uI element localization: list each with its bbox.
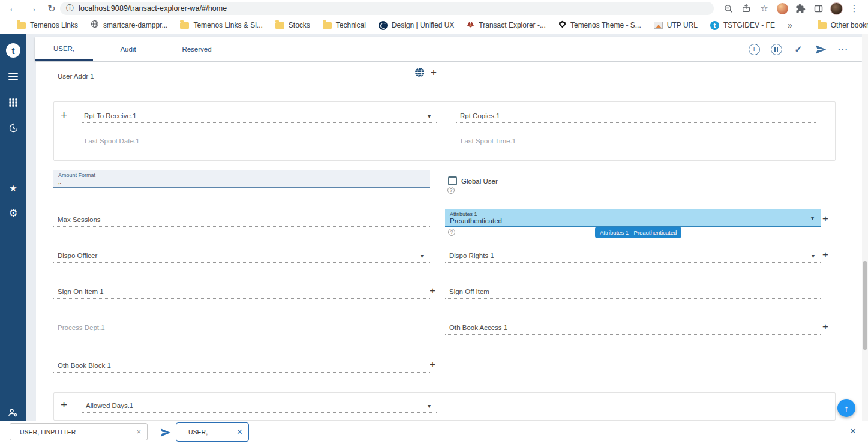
command-clear-icon[interactable]: × [237, 427, 242, 437]
page-scrollbar [862, 34, 868, 444]
add-circle-icon[interactable]: + [747, 43, 761, 56]
temenos-badge-icon: t [710, 21, 719, 30]
global-user-label: Global User [461, 178, 498, 185]
image-icon [654, 22, 663, 29]
bookmark-design-unified-ux[interactable]: Design | Unified UX [379, 21, 455, 30]
add-oth-book-access-icon[interactable]: + [822, 322, 828, 332]
add-attributes-icon[interactable]: + [822, 214, 828, 224]
help-attributes-icon[interactable]: ? [448, 229, 455, 236]
other-bookmarks[interactable]: Other bookmarks [818, 21, 868, 29]
global-user-checkbox[interactable] [448, 176, 457, 185]
language-globe-icon[interactable] [415, 67, 425, 80]
tab-reserved[interactable]: Reserved [163, 37, 230, 61]
field-sign-on-item[interactable]: Sign On Item 1 [53, 286, 430, 299]
validate-check-icon[interactable]: ✓ [792, 43, 805, 56]
user-admin-icon[interactable] [0, 407, 26, 418]
back-icon[interactable]: ← [6, 1, 20, 16]
folder-icon [818, 22, 827, 29]
menu-hamburger-icon[interactable] [0, 73, 26, 80]
bookmark-star-icon[interactable]: ☆ [758, 2, 771, 15]
chip-close-icon[interactable]: × [136, 427, 141, 436]
expand-allowed-days-icon[interactable]: + [61, 399, 67, 410]
bookmark-smartcare[interactable]: smartcare-damppr... [91, 20, 167, 31]
settings-gear-icon[interactable]: ⚙ [0, 208, 26, 218]
attributes-tooltip: Attributes 1 - Preauthenticated [595, 227, 681, 238]
reload-icon[interactable]: ↻ [44, 1, 59, 16]
bookmark-temenos-links-si[interactable]: Temenos Links & Si... [180, 21, 262, 29]
bookmark-stocks[interactable]: Stocks [275, 21, 310, 29]
folder-icon [275, 22, 284, 29]
address-bar[interactable]: ⓘ localhost:9089/transact-explorer-wa/#/… [60, 2, 714, 15]
folder-icon [323, 22, 332, 29]
footer-close-icon[interactable]: × [850, 425, 856, 437]
field-amount-format[interactable]: Amount Format ,. [53, 170, 430, 188]
add-dispo-rights-icon[interactable]: + [822, 250, 828, 260]
field-rpt-copies[interactable]: Rpt Copies.1 [456, 108, 816, 123]
context-chip[interactable]: USER, I INPUTTER × [10, 423, 148, 440]
commit-send-icon[interactable] [814, 43, 827, 56]
command-footer: USER, I INPUTTER × × × [0, 421, 868, 444]
transact-logo-icon [467, 20, 474, 31]
browser-menu-icon[interactable]: ⋮ [848, 2, 861, 15]
shield-icon [558, 20, 566, 31]
profile-avatar[interactable] [830, 2, 843, 15]
add-user-addr-icon[interactable]: + [431, 67, 437, 77]
hold-pause-icon[interactable] [770, 43, 783, 56]
design-badge-icon [379, 21, 388, 30]
favorites-star-icon[interactable]: ★ [0, 184, 26, 193]
bookmarks-overflow-icon[interactable]: » [788, 20, 792, 30]
extensions-puzzle-icon[interactable] [794, 2, 807, 15]
dropdown-caret-icon[interactable]: ▾ [428, 113, 431, 119]
field-rpt-to-receive[interactable]: Rpt To Receive.1 ▾ [82, 108, 437, 123]
extension-avatar-icon[interactable] [776, 2, 789, 15]
field-last-spool-date: Last Spool Date.1 [85, 137, 139, 145]
apps-grid-icon[interactable] [0, 98, 26, 107]
bookmark-temenos-links[interactable]: Temenos Links [17, 21, 78, 29]
tab-audit[interactable]: Audit [93, 37, 163, 61]
bookmarks-bar: Temenos Links smartcare-damppr... Temeno… [0, 17, 868, 34]
scroll-top-button[interactable]: ↑ [837, 399, 855, 417]
scrollbar-thumb[interactable] [863, 261, 867, 350]
record-actions: + ✓ ⋯ [747, 37, 862, 61]
temenos-logo[interactable]: t [0, 43, 26, 58]
page-info-icon[interactable]: ⓘ [66, 3, 74, 14]
field-last-spool-time: Last Spool Time.1 [461, 137, 516, 145]
field-attributes[interactable]: Attributes 1 Preauthenticated ▾ [445, 209, 821, 227]
bookmark-technical[interactable]: Technical [323, 21, 366, 29]
field-sign-off-item[interactable]: Sign Off Item [445, 286, 821, 299]
expand-report-group-icon[interactable]: + [61, 109, 67, 121]
dropdown-caret-icon[interactable]: ▾ [428, 403, 431, 409]
globe-icon [91, 20, 99, 31]
field-dispo-officer[interactable]: Dispo Officer ▾ [53, 250, 430, 263]
field-max-sessions[interactable]: Max Sessions [53, 214, 430, 227]
bookmark-temenos-theme[interactable]: Temenos Theme - S... [558, 20, 641, 31]
browser-toolbar: ← → ↻ ⓘ localhost:9089/transact-explorer… [0, 0, 868, 17]
more-options-icon[interactable]: ⋯ [836, 43, 849, 56]
tab-user[interactable]: USER, [35, 37, 93, 61]
run-command-send-icon[interactable] [160, 427, 172, 441]
screen: ← → ↻ ⓘ localhost:9089/transact-explorer… [0, 0, 868, 444]
bookmark-transact-explorer[interactable]: Transact Explorer -... [467, 20, 546, 31]
folder-icon [180, 22, 189, 29]
field-process-dept: Process Dept.1 [58, 324, 105, 331]
field-oth-book-block[interactable]: Oth Book Block 1 [53, 359, 430, 373]
forward-icon[interactable]: → [25, 1, 40, 16]
history-icon[interactable] [0, 123, 26, 133]
add-oth-book-block-icon[interactable]: + [430, 359, 435, 370]
field-oth-book-access[interactable]: Oth Book Access 1 [445, 322, 821, 335]
bookmark-utp-url[interactable]: UTP URL [654, 21, 698, 29]
dropdown-caret-icon[interactable]: ▾ [811, 215, 814, 221]
help-global-user-icon[interactable]: ? [447, 187, 455, 194]
record-header: USER, Audit Reserved + ✓ ⋯ [35, 37, 862, 61]
add-sign-on-item-icon[interactable]: + [430, 286, 435, 296]
dropdown-caret-icon[interactable]: ▾ [421, 253, 424, 259]
field-dispo-rights[interactable]: Dispo Rights 1 ▾ [445, 250, 821, 263]
zoom-icon[interactable] [722, 2, 735, 15]
field-user-addr[interactable]: User Addr 1 [53, 67, 430, 83]
side-panel-icon[interactable] [812, 2, 825, 15]
command-input[interactable] [188, 428, 224, 436]
field-allowed-days[interactable]: Allowed Days.1 ▾ [82, 397, 437, 413]
share-icon[interactable] [740, 2, 753, 15]
bookmark-tstgidev-fe[interactable]: t TSTGIDEV - FE [710, 21, 775, 30]
dropdown-caret-icon[interactable]: ▾ [812, 253, 815, 259]
